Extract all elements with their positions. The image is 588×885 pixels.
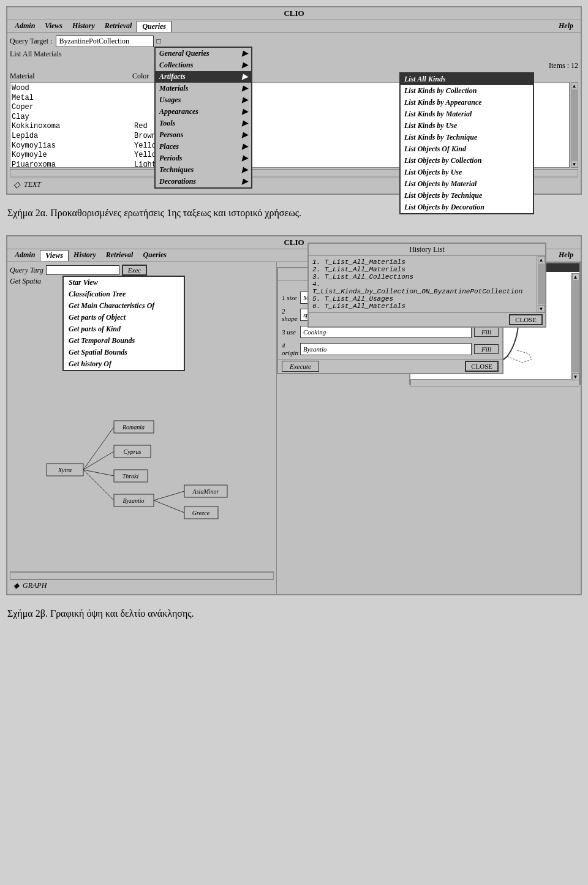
search-card-close-button[interactable]: CLOSE	[465, 361, 499, 372]
views-item-classification[interactable]: Classification Tree	[64, 288, 184, 300]
figure2-right-panel: xv b3p4.rf ▲	[277, 262, 581, 594]
execute-button[interactable]: Execute	[282, 361, 319, 372]
graph-svg: Xytra Romania Cyprus Thraki Byzanti	[10, 396, 267, 568]
query-target-indicator: □	[156, 37, 160, 46]
fig2-query-target-label: Query Targ	[10, 266, 43, 275]
svg-text:Romania: Romania	[122, 424, 145, 431]
figure1-titlebar: CLIO	[7, 7, 581, 20]
svg-line-4	[83, 451, 114, 470]
search-card-row-2: 2 shape Fill	[278, 306, 502, 323]
col-color-header: Color	[132, 72, 206, 81]
sc-row-1-fill[interactable]: Fill	[474, 293, 499, 303]
sc-row-3-input[interactable]	[300, 326, 472, 338]
exec-button[interactable]: Exec	[122, 265, 147, 276]
search-card-buttons: Execute CLOSE	[278, 359, 502, 373]
search-card-row-1: 1 size Fill	[278, 290, 502, 305]
search-card-row-4: 4 origin Fill	[278, 341, 502, 358]
figure1-title: CLIO	[284, 9, 304, 18]
fig2-horizontal-scrollbar[interactable]	[10, 572, 274, 579]
svg-text:Cyprus: Cyprus	[124, 448, 141, 455]
table-row: Coper	[12, 103, 568, 113]
image-scroll-up[interactable]: ▲	[572, 273, 579, 281]
sc-row-4-fill[interactable]: Fill	[474, 344, 499, 354]
table-row: LepidaBrownRed	[12, 132, 568, 141]
sc-row-3-fill[interactable]: Fill	[474, 327, 499, 337]
sc-row-1-label: 1 size	[282, 294, 300, 301]
columns-header: Material Color	[10, 72, 578, 81]
menu-retrieval[interactable]: Retrieval	[100, 21, 137, 32]
svg-line-12	[154, 500, 184, 513]
svg-text:Thraki: Thraki	[123, 473, 139, 480]
svg-line-2	[83, 427, 114, 470]
sc-row-4-input[interactable]	[300, 343, 472, 355]
svg-line-8	[83, 470, 114, 500]
svg-line-6	[83, 470, 114, 476]
figure1-window: CLIO Admin Views History Retrieval Queri…	[6, 6, 582, 195]
menu-queries[interactable]: Queries	[137, 21, 172, 32]
sc-row-3-label: 3 use	[282, 328, 300, 336]
views-item-temporal[interactable]: Get Temporal Bounds	[64, 335, 184, 347]
figure1-main: Query Target : □ List All Materials Item…	[7, 33, 581, 194]
views-item-parts-kind[interactable]: Get parts of Kind	[64, 323, 184, 335]
image-scroll-track	[572, 281, 579, 372]
menu-views[interactable]: Views	[40, 21, 67, 32]
scroll-up-btn[interactable]: ▲	[571, 82, 578, 89]
image-v-scrollbar[interactable]: ▲ ▼	[571, 273, 579, 380]
graph-label: GRAPH	[23, 581, 47, 590]
search-card-title: Search Card	[278, 268, 502, 281]
views-item-parts-object[interactable]: Get parts of Object	[64, 312, 184, 323]
sc-row-2-input[interactable]	[300, 309, 472, 321]
image-scrollbar-area: ▲ ▼	[410, 379, 579, 386]
image-h-scrollbar[interactable]	[410, 379, 579, 386]
nav-arrow-icon[interactable]: ◇	[13, 179, 20, 190]
menu-help[interactable]: Help	[554, 21, 578, 32]
figure1-menubar: Admin Views History Retrieval Queries He…	[7, 20, 581, 33]
sc-row-4-label: 4 origin	[282, 342, 300, 356]
table-row: KoymoyleYellow	[12, 151, 568, 160]
fig2-menu-retrieval[interactable]: Retrieval	[101, 250, 138, 261]
views-menu: Star View Classification Tree Get Main C…	[62, 276, 185, 371]
scroll-down-btn[interactable]: ▼	[571, 160, 578, 168]
menu-history[interactable]: History	[67, 21, 100, 32]
menu-admin[interactable]: Admin	[10, 21, 40, 32]
table-row: KokkinoxomaRed	[12, 122, 568, 132]
fig2-menu-views[interactable]: Views	[40, 250, 69, 261]
graph-diamond-icon: ◆	[13, 581, 19, 590]
table-row: KoymoyliasYellow	[12, 141, 568, 151]
svg-line-10	[154, 491, 184, 500]
fig2-menu-help[interactable]: Help	[554, 250, 578, 261]
sc-row-2-fill[interactable]: Fill	[474, 310, 499, 320]
views-item-history[interactable]: Get history Of	[64, 358, 184, 370]
fig2-query-input[interactable]	[46, 265, 119, 275]
horizontal-scrollbar[interactable]	[10, 169, 578, 176]
views-item-spatial[interactable]: Get Spatial Bounds	[64, 347, 184, 358]
figure2-bottom-bar: ◆ GRAPH	[10, 579, 274, 592]
svg-text:AsiaMinor: AsiaMinor	[192, 488, 219, 495]
figure2-main: Query Targ Exec Get Spatia Star View Cla…	[7, 262, 581, 594]
fig2-scrollbar-h-container	[10, 571, 274, 579]
sc-row-1-input[interactable]	[300, 292, 472, 304]
fig2-menu-history[interactable]: History	[69, 250, 101, 261]
list-all-materials-label: List All Materials	[10, 50, 578, 59]
caption2: Σχήμα 2β. Γραφική όψη και δελτίο ανάκλησ…	[6, 601, 582, 626]
query-target-input[interactable]	[56, 36, 154, 47]
table-row: Clay	[12, 113, 568, 122]
fig2-menu-admin[interactable]: Admin	[10, 250, 40, 261]
scrollbar-vertical[interactable]: ▲ ▼	[570, 82, 578, 168]
views-item-main-chars[interactable]: Get Main Characteristics Of	[64, 300, 184, 312]
figure2-menubar: Admin Views History Retrieval Queries He…	[7, 249, 581, 262]
image-scroll-down[interactable]: ▼	[572, 373, 579, 380]
views-item-star[interactable]: Star View	[64, 277, 184, 288]
query-target-row: Query Target : □	[10, 36, 578, 47]
figure2-window: CLIO Admin Views History Retrieval Queri…	[6, 235, 582, 595]
query-target-label: Query Target :	[10, 37, 52, 46]
svg-text:Byzantio: Byzantio	[123, 497, 145, 504]
scroll-track	[571, 90, 578, 160]
figure1-left-panel: Query Target : □ List All Materials Item…	[7, 33, 581, 194]
items-count: Items : 12	[10, 61, 578, 70]
fig2-menu-queries[interactable]: Queries	[138, 250, 172, 261]
col-material-header: Material	[10, 72, 132, 81]
figure2-title: CLIO	[284, 238, 304, 247]
sc-row-2-label: 2 shape	[282, 307, 300, 322]
bottom-text-label: TEXT	[24, 180, 41, 189]
